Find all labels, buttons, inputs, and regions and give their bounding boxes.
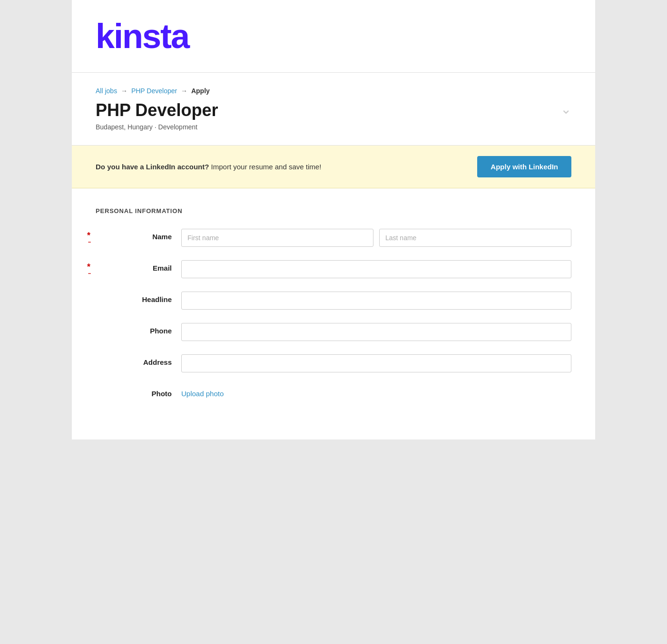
linkedin-banner-bold: Do you have a LinkedIn account? (96, 163, 209, 171)
breadcrumb: All jobs → PHP Developer → Apply (96, 87, 571, 95)
logo: KINSta (96, 19, 571, 53)
breadcrumb-separator-1: → (121, 87, 128, 95)
headline-input[interactable] (181, 292, 571, 310)
address-inputs (181, 354, 571, 372)
upload-photo-link[interactable]: Upload photo (181, 386, 224, 398)
phone-form-row: Phone (96, 323, 571, 341)
address-input[interactable] (181, 354, 571, 372)
breadcrumb-current: Apply (191, 87, 210, 95)
address-form-row: Address (96, 354, 571, 372)
phone-input[interactable] (181, 323, 571, 341)
headline-inputs (181, 292, 571, 310)
name-inputs (181, 229, 571, 247)
headline-label: Headline (96, 292, 181, 303)
section-title: PERSONAL INFORMATION (96, 207, 571, 215)
last-name-input[interactable] (379, 229, 571, 247)
photo-inputs: Upload photo (181, 386, 571, 398)
name-label: * ... Name (96, 229, 181, 241)
email-form-row: * ... Email (96, 260, 571, 278)
linkedin-banner-normal: Import your resume and save time! (209, 163, 321, 171)
email-input[interactable] (181, 260, 571, 278)
name-form-row: * ... Name (96, 229, 571, 247)
job-location: Budapest, Hungary · Development (96, 123, 571, 131)
breadcrumb-separator-2: → (181, 87, 187, 95)
linkedin-banner: Do you have a LinkedIn account? Import y… (72, 146, 595, 188)
address-label: Address (96, 354, 181, 366)
phone-label: Phone (96, 323, 181, 335)
email-inputs (181, 260, 571, 278)
email-label: * ... Email (96, 260, 181, 272)
job-header-section: All jobs → PHP Developer → Apply PHP Dev… (72, 73, 595, 146)
breadcrumb-all-jobs-link[interactable]: All jobs (96, 87, 117, 95)
first-name-input[interactable] (181, 229, 373, 247)
breadcrumb-job-link[interactable]: PHP Developer (131, 87, 177, 95)
header-section: KINSta (72, 0, 595, 73)
form-section: PERSONAL INFORMATION * ... Name * ... Em… (72, 188, 595, 439)
apply-with-linkedin-button[interactable]: Apply with LinkedIn (477, 156, 571, 177)
chevron-down-icon[interactable]: ⌄ (560, 101, 571, 117)
job-title: PHP Developer (96, 100, 571, 120)
phone-inputs (181, 323, 571, 341)
email-required-dots: ... (88, 270, 90, 275)
headline-form-row: Headline (96, 292, 571, 310)
name-required-dots: ... (88, 238, 90, 244)
linkedin-banner-text: Do you have a LinkedIn account? Import y… (96, 163, 321, 171)
photo-form-row: Photo Upload photo (96, 386, 571, 398)
photo-label: Photo (96, 386, 181, 398)
